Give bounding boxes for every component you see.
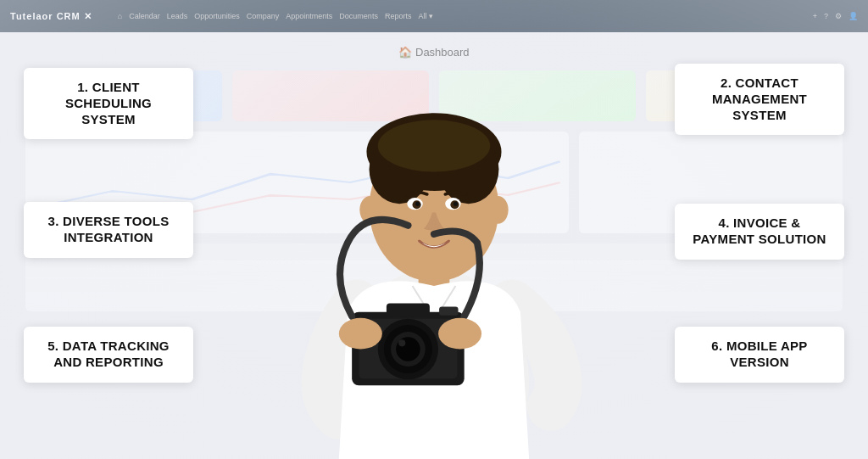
person-svg bbox=[273, 18, 595, 459]
feature-6-label: 6. MOBILE APP VERSION bbox=[711, 339, 807, 369]
svg-rect-22 bbox=[387, 303, 430, 316]
feature-box-6: 6. MOBILE APP VERSION bbox=[675, 327, 844, 383]
feature-2-label: 2. CONTACT MANAGEMENT SYSTEM bbox=[712, 76, 807, 122]
svg-rect-23 bbox=[439, 307, 458, 316]
feature-box-5: 5. DATA TRACKING AND REPORTING bbox=[24, 327, 193, 383]
feature-box-1: 1. CLIENT SCHEDULING SYSTEM bbox=[24, 68, 193, 139]
feature-4-label: 4. INVOICE & PAYMENT SOLUTION bbox=[693, 216, 826, 246]
svg-point-14 bbox=[487, 196, 508, 224]
bg-brand: Tutelaor CRM ✕ bbox=[10, 11, 92, 22]
feature-box-4: 4. INVOICE & PAYMENT SOLUTION bbox=[675, 204, 844, 260]
feature-box-3: 3. DIVERSE TOOLS INTEGRATION bbox=[24, 202, 193, 258]
svg-point-6 bbox=[378, 120, 491, 171]
svg-point-25 bbox=[438, 318, 481, 350]
svg-point-21 bbox=[398, 339, 405, 346]
svg-point-11 bbox=[415, 202, 420, 206]
svg-point-24 bbox=[339, 318, 382, 350]
feature-box-2: 2. CONTACT MANAGEMENT SYSTEM bbox=[675, 64, 844, 135]
feature-1-label: 1. CLIENT SCHEDULING SYSTEM bbox=[65, 80, 152, 126]
feature-5-label: 5. DATA TRACKING AND REPORTING bbox=[47, 339, 170, 369]
person-image bbox=[273, 18, 595, 459]
feature-3-label: 3. DIVERSE TOOLS INTEGRATION bbox=[48, 214, 170, 244]
svg-point-12 bbox=[453, 202, 458, 206]
